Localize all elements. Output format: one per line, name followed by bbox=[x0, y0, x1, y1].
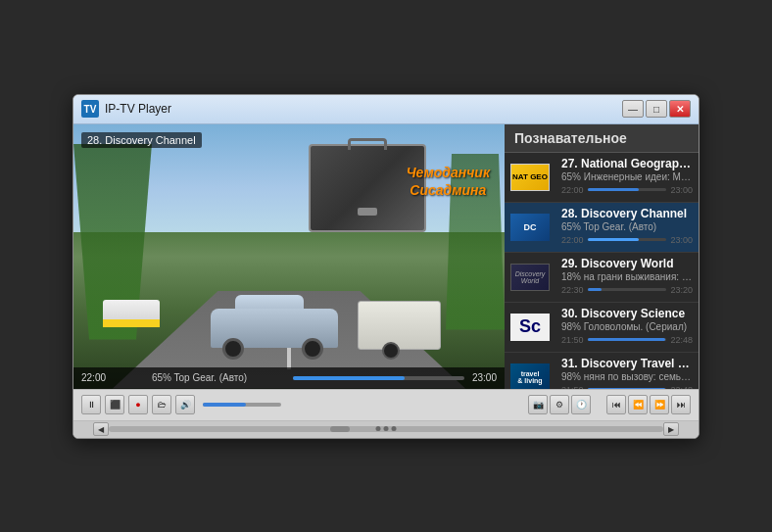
thumb-ng: NAT GEO bbox=[510, 164, 550, 191]
thumb-dw: DiscoveryWorld bbox=[510, 264, 550, 291]
main-area: Чемоданчик Сисадмина 28. Discovery Chann… bbox=[73, 124, 699, 389]
video-progress-bar: 22:00 65% Top Gear. (Авто) 23:00 bbox=[73, 367, 505, 389]
settings-button[interactable]: ⚙ bbox=[550, 395, 569, 414]
thumb-sc: Sc bbox=[510, 314, 550, 341]
thumb-tl: travel& living bbox=[510, 363, 550, 389]
titlebar-left: TV IP-TV Player bbox=[81, 100, 171, 118]
scroll-track[interactable] bbox=[109, 426, 663, 432]
channel-thumb-2: DiscoveryWorld bbox=[505, 253, 555, 302]
volume-icon: 🔊 bbox=[175, 395, 195, 414]
video-section: Чемоданчик Сисадмина 28. Discovery Chann… bbox=[73, 124, 505, 389]
volume-slider[interactable] bbox=[203, 403, 281, 407]
ch-time-end-0: 23:00 bbox=[670, 185, 693, 195]
channel-progress-row-4: 21:50 22:48 bbox=[561, 385, 693, 389]
channel-name-2: 29. Discovery World bbox=[561, 257, 693, 270]
channel-program-2: 18% на грани выживания: мадагаскар bbox=[561, 271, 693, 282]
scroll-right-button[interactable]: ▶ bbox=[663, 422, 679, 436]
channel-thumb-1: DC bbox=[505, 203, 555, 252]
trailer-wheel bbox=[382, 342, 400, 360]
channel-progress-row-2: 22:30 23:20 bbox=[561, 285, 693, 295]
skip-fwd-button[interactable]: ⏭ bbox=[671, 395, 691, 414]
ch-prog-track-4 bbox=[588, 388, 667, 389]
wheel-right bbox=[302, 338, 323, 360]
titlebar: TV IP-TV Player — □ ✕ bbox=[73, 95, 699, 124]
app-window: TV IP-TV Player — □ ✕ bbox=[72, 94, 700, 439]
category-header: Познавательное bbox=[505, 124, 699, 153]
close-button[interactable]: ✕ bbox=[669, 100, 691, 118]
ch-prog-fill-3 bbox=[588, 338, 665, 341]
controls-bar: ⏸ ⬛ ● 🗁 🔊 📷 ⚙ 🕐 ⏮ ⏪ ⏩ ⏭ bbox=[73, 389, 699, 420]
ch-time-start-1: 22:00 bbox=[561, 235, 584, 245]
ch-time-start-2: 22:30 bbox=[561, 285, 584, 295]
screenshot-button[interactable]: 📷 bbox=[528, 395, 548, 414]
video-player: Чемоданчик Сисадмина 28. Discovery Chann… bbox=[73, 124, 505, 389]
suitcase-latch bbox=[358, 208, 377, 216]
channel-item[interactable]: DiscoveryWorld 29. Discovery World 18% н… bbox=[505, 253, 699, 303]
ch-prog-fill-0 bbox=[588, 188, 640, 191]
channel-info-1: 28. Discovery Channel 65% Top Gear. (Авт… bbox=[555, 203, 699, 252]
next-button[interactable]: ⏩ bbox=[650, 395, 669, 414]
channel-item[interactable]: DC 28. Discovery Channel 65% Top Gear. (… bbox=[505, 203, 699, 253]
channel-info-3: 30. Discovery Science 98% Головоломы. (С… bbox=[555, 303, 699, 352]
channel-label: 28. Discovery Channel bbox=[81, 132, 202, 148]
trailer-body bbox=[358, 301, 441, 350]
ch-prog-fill-1 bbox=[588, 238, 640, 241]
ch-time-end-1: 23:00 bbox=[670, 235, 693, 245]
channel-info-0: 27. National Geographic 65% Инженерные и… bbox=[555, 153, 699, 202]
channel-list: Познавательное NAT GEO 27. National Geog… bbox=[505, 124, 699, 389]
window-title: IP-TV Player bbox=[105, 102, 171, 116]
utility-buttons: 📷 ⚙ 🕐 bbox=[528, 395, 591, 414]
maximize-button[interactable]: □ bbox=[646, 100, 667, 118]
ch-prog-track-0 bbox=[588, 188, 667, 191]
stop-button[interactable]: ⬛ bbox=[105, 395, 124, 414]
record-button[interactable]: ● bbox=[128, 395, 148, 414]
playback-buttons: ⏮ ⏪ ⏩ ⏭ bbox=[606, 395, 691, 414]
channel-info-2: 29. Discovery World 18% на грани выживан… bbox=[555, 253, 699, 302]
thumb-dc: DC bbox=[510, 214, 550, 241]
ch-time-start-0: 22:00 bbox=[561, 185, 584, 195]
channel-progress-row-1: 22:00 23:00 bbox=[561, 235, 693, 245]
prev-button[interactable]: ⏪ bbox=[628, 395, 648, 414]
video-progress-fill bbox=[293, 376, 405, 380]
ch-prog-track-3 bbox=[588, 338, 667, 341]
channel-info-4: 31. Discovery Travel & Living 98% няня п… bbox=[555, 353, 699, 389]
ch-prog-track-2 bbox=[588, 288, 667, 291]
channel-item[interactable]: NAT GEO 27. National Geographic 65% Инже… bbox=[505, 153, 699, 203]
app-icon: TV bbox=[81, 100, 99, 118]
scroll-thumb[interactable] bbox=[330, 426, 350, 432]
ch-time-end-3: 22:48 bbox=[670, 335, 693, 345]
ch-time-start-3: 21:50 bbox=[561, 335, 584, 345]
skip-back-button[interactable]: ⏮ bbox=[606, 395, 626, 414]
trailer bbox=[358, 306, 446, 360]
ch-prog-fill-4 bbox=[588, 388, 665, 389]
video-time-start: 22:00 bbox=[81, 372, 106, 383]
channel-thumb-3: Sc bbox=[505, 303, 555, 352]
channel-items: NAT GEO 27. National Geographic 65% Инже… bbox=[505, 153, 699, 389]
channel-item[interactable]: travel& living 31. Discovery Travel & Li… bbox=[505, 353, 699, 389]
scroll-dot-2 bbox=[384, 426, 389, 431]
channel-program-3: 98% Головоломы. (Сериал) bbox=[561, 321, 693, 332]
channel-progress-row-3: 21:50 22:48 bbox=[561, 335, 693, 345]
ch-time-end-4: 22:48 bbox=[670, 385, 693, 389]
channel-name-0: 27. National Geographic bbox=[561, 157, 693, 170]
video-progress-track[interactable] bbox=[293, 376, 464, 380]
volume-fill bbox=[203, 403, 246, 407]
folder-button[interactable]: 🗁 bbox=[152, 395, 171, 414]
main-car bbox=[211, 306, 338, 360]
video-overlay-text: Чемоданчик Сисадмина bbox=[407, 164, 490, 199]
police-car bbox=[103, 301, 162, 335]
channel-thumb-4: travel& living bbox=[505, 353, 555, 389]
channel-name-3: 30. Discovery Science bbox=[561, 307, 693, 320]
minimize-button[interactable]: — bbox=[622, 100, 644, 118]
police-stripe bbox=[103, 319, 160, 327]
scroll-dot-1 bbox=[376, 426, 381, 431]
suitcase-handle bbox=[348, 138, 387, 150]
schedule-button[interactable]: 🕐 bbox=[571, 395, 591, 414]
channel-item[interactable]: Sc 30. Discovery Science 98% Головоломы.… bbox=[505, 303, 699, 353]
video-prog-text: 65% Top Gear. (Авто) bbox=[114, 372, 285, 383]
channel-name-4: 31. Discovery Travel & Living bbox=[561, 357, 693, 370]
pause-button[interactable]: ⏸ bbox=[81, 395, 101, 414]
ch-time-end-2: 23:20 bbox=[670, 285, 693, 295]
ch-time-start-4: 21:50 bbox=[561, 385, 584, 389]
scroll-left-button[interactable]: ◀ bbox=[93, 422, 109, 436]
